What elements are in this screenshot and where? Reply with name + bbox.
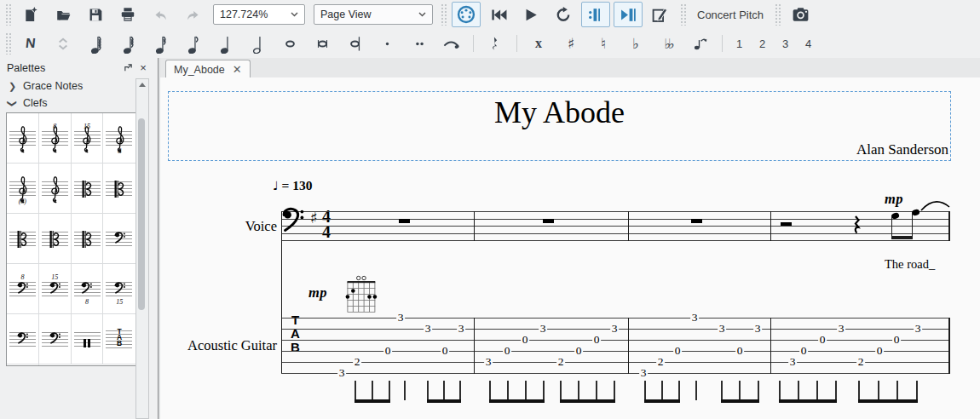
beam-stem <box>443 381 445 400</box>
tab-fret-number[interactable]: 0 <box>383 344 392 358</box>
tab-fret-number[interactable]: 3 <box>337 366 346 380</box>
score-layer: My Abode Alan Sanderson ♩ = 130 Voice Ac… <box>0 0 980 419</box>
tab-fret-number[interactable]: 3 <box>914 322 922 336</box>
beam-stem <box>596 381 597 400</box>
tempo-marking[interactable]: ♩ = 130 <box>273 178 312 193</box>
lyric-text[interactable]: The road_ <box>885 257 935 272</box>
barline[interactable] <box>770 211 771 241</box>
tab-clef[interactable]: TAB <box>288 313 303 354</box>
beam-bar <box>427 399 461 403</box>
beam-stem <box>507 381 509 400</box>
tab-fret-number[interactable]: 2 <box>556 355 565 369</box>
beam-stem <box>878 381 879 400</box>
beam-stem <box>355 381 356 400</box>
time-sig-lower: 4 <box>319 225 334 240</box>
end-barline[interactable] <box>948 318 950 374</box>
tab-staff-line <box>281 351 949 352</box>
beam-bar <box>644 399 680 403</box>
beam-stem <box>739 381 741 400</box>
tab-fret-number[interactable]: 0 <box>875 344 884 358</box>
beam-stem <box>389 381 390 400</box>
beam-stem <box>560 381 562 400</box>
beam-stem <box>695 381 697 400</box>
tab-fret-number[interactable]: 3 <box>690 311 699 324</box>
quarter-rest[interactable] <box>852 215 862 239</box>
beam-stem <box>525 381 527 400</box>
bass-clef[interactable] <box>282 207 304 241</box>
beam-stem <box>427 381 429 400</box>
beam-bar <box>355 399 390 403</box>
half-rest[interactable] <box>781 222 792 227</box>
voice-dynamic-mp[interactable]: mp <box>885 191 903 208</box>
tab-fret-number[interactable]: 3 <box>837 322 845 336</box>
beam-stem <box>798 381 799 400</box>
tab-fret-number[interactable]: 3 <box>396 311 405 324</box>
tab-fret-number[interactable]: 0 <box>574 344 583 358</box>
staff-line <box>281 233 949 234</box>
whole-rest[interactable] <box>399 219 410 223</box>
whole-rest[interactable] <box>543 219 554 223</box>
tab-fret-number[interactable]: 0 <box>592 333 601 347</box>
tab-fret-number[interactable]: 3 <box>753 322 762 336</box>
guitar-staff-label[interactable]: Acoustic Guitar <box>166 337 277 354</box>
tab-fret-number[interactable]: 0 <box>735 344 744 358</box>
guitar-dynamic-mp[interactable]: mp <box>308 284 327 301</box>
beam-stem <box>779 381 781 400</box>
beam-bar <box>560 399 615 403</box>
beam-stem <box>543 381 545 400</box>
tab-staff-line <box>281 318 949 319</box>
tab-fret-number[interactable]: 0 <box>818 333 827 347</box>
voice-staff-label[interactable]: Voice <box>196 218 277 235</box>
tab-fret-number[interactable]: 3 <box>484 355 493 369</box>
tab-fret-number[interactable]: 3 <box>718 322 726 336</box>
tab-fret-number[interactable]: 3 <box>788 355 797 369</box>
beam-stem <box>459 381 461 400</box>
score-title[interactable]: My Abode <box>169 95 950 130</box>
barline[interactable] <box>628 211 629 241</box>
tab-staff-line <box>281 362 949 363</box>
tab-staff-line <box>281 373 949 374</box>
whole-rest[interactable] <box>691 219 702 223</box>
tab-fret-number[interactable]: 0 <box>892 333 901 347</box>
beam-stem <box>896 381 898 400</box>
beam-stem <box>404 381 406 400</box>
barline[interactable] <box>474 211 475 241</box>
quarter-note-icon: ♩ <box>273 179 279 192</box>
beam-stem <box>614 381 615 400</box>
tab-fret-number[interactable]: 3 <box>539 322 547 336</box>
tab-fret-number[interactable]: 2 <box>656 355 665 369</box>
beam-stem <box>721 381 723 400</box>
chord-diagram[interactable] <box>344 273 378 319</box>
beam-stem <box>489 381 491 400</box>
barline[interactable] <box>474 318 475 374</box>
beam-stem <box>816 381 818 400</box>
tab-fret-number[interactable]: 0 <box>673 344 682 358</box>
title-frame[interactable]: My Abode Alan Sanderson <box>168 91 951 161</box>
staff-line <box>281 240 949 241</box>
tab-fret-number[interactable]: 2 <box>856 355 865 369</box>
beam-bar <box>721 399 759 403</box>
tab-fret-number[interactable]: 2 <box>353 355 361 369</box>
tab-fret-number[interactable]: 0 <box>503 344 511 358</box>
tab-fret-number[interactable]: 0 <box>441 344 449 358</box>
tab-fret-number[interactable]: 3 <box>639 366 648 380</box>
beam-stem <box>916 381 918 400</box>
slur[interactable] <box>920 193 951 215</box>
staff-line <box>281 211 949 212</box>
tab-staff-line <box>281 340 949 341</box>
end-barline[interactable] <box>948 211 950 241</box>
beam-stem <box>578 381 579 400</box>
staff-line <box>281 219 949 220</box>
tab-fret-number[interactable]: 3 <box>424 322 432 336</box>
barline[interactable] <box>770 318 771 374</box>
tab-fret-number[interactable]: 0 <box>521 333 529 347</box>
tab-fret-number[interactable]: 0 <box>799 344 808 358</box>
score-composer[interactable]: Alan Sanderson <box>856 141 948 158</box>
barline[interactable] <box>628 318 629 374</box>
time-signature[interactable]: 4 4 <box>319 210 334 239</box>
tab-fret-number[interactable]: 3 <box>610 322 619 336</box>
staff-line <box>281 226 949 227</box>
beam-bar <box>858 399 918 403</box>
beam-bar <box>779 399 837 403</box>
tab-fret-number[interactable]: 3 <box>457 322 465 336</box>
